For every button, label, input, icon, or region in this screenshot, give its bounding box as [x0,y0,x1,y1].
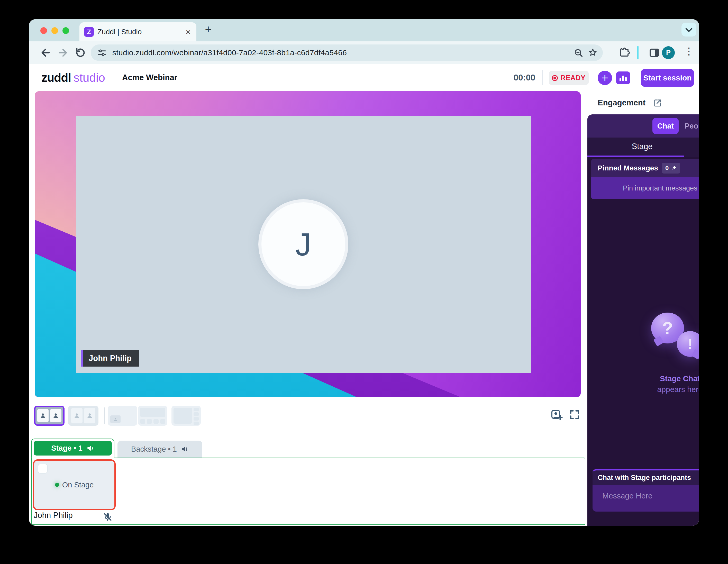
participant-status: On Stage [34,461,114,509]
engagement-title: Engagement [598,98,645,107]
stage-canvas: J John Philip [35,91,581,397]
on-stage-dot-icon [55,483,59,487]
session-timer: 00:00 [514,64,535,91]
tab-title: Zuddl | Studio [97,28,181,36]
participant-name: John Philip [34,511,73,520]
add-to-stage-icon[interactable] [550,408,563,421]
status-badge: READY [549,71,589,85]
traffic-light-minimize[interactable] [51,27,58,34]
pinned-messages-label: Pinned Messages [598,164,658,172]
chat-scope-tabbar: Stage [587,138,699,157]
zuddl-favicon: Z [84,27,94,37]
chat-input-wrap [593,485,699,512]
forward-button[interactable] [57,47,69,59]
exclamation-bubble-icon: ! [677,331,699,357]
tab-search-button[interactable] [681,23,696,37]
site-settings-icon[interactable] [96,47,107,58]
studio-header: zuddl studio Acme Webinar 00:00 READY + … [29,64,699,91]
new-tab-button[interactable]: + [202,23,215,36]
browser-menu-icon[interactable]: ⋮ [684,46,694,57]
participant-card[interactable]: On Stage [33,459,116,510]
zuddl-studio-logo: zuddl studio [41,64,105,91]
side-panel-icon[interactable] [648,47,660,59]
traffic-light-close[interactable] [40,27,47,34]
tab-strip: Z Zuddl | Studio × + [29,19,699,41]
tab-stage[interactable]: Stage • 1 [31,439,114,458]
chevron-down-icon [685,25,693,32]
speaker-icon [86,444,94,452]
tab-people[interactable]: People [685,114,699,138]
pinned-messages-header[interactable]: Pinned Messages 0 [591,159,699,177]
header-divider-2 [542,70,543,85]
engagement-panel: Engagement Chat People Stage Pinned Mess… [587,91,699,526]
layout-spotlight-bottom-row[interactable] [138,406,167,426]
pin-icon [671,165,677,171]
pinned-count-badge: 0 [662,163,680,174]
tab-chat[interactable]: Chat [652,118,679,134]
speaker-name-tag: John Philip [81,350,139,367]
url-text: studio.zuddl.com/webinar/a31f4d00-7a02-4… [112,48,347,57]
bar-chart-icon [620,78,621,81]
mic-muted-icon [103,512,113,522]
extensions-icon[interactable] [618,47,631,59]
start-session-button[interactable]: Start session [641,69,694,87]
toolbar-divider [637,46,639,59]
tab-chat-stage[interactable]: Stage [604,138,681,156]
desktop-background: Z Zuddl | Studio × + studio.zuddl.com/we… [0,0,728,564]
stage-tab-pill: Stage • 1 [34,441,112,456]
webinar-title: Acme Webinar [122,64,177,91]
chat-bubbles-icon: ? ! [641,311,699,370]
pinned-messages-hint: Pin important messages to h [591,177,699,199]
reload-button[interactable] [74,47,87,59]
chat-input-card: Chat with Stage participants [593,469,699,512]
speaker-avatar: J [258,199,348,289]
stage-chat-empty-state: ? ! Stage Chat appears here [641,311,699,394]
active-tab-underline [587,156,684,157]
tab-backstage[interactable]: Backstage • 1 [117,441,202,458]
ready-dot-icon [552,75,558,81]
layout-two-up-active[interactable] [34,406,65,426]
chat-panel-body: Chat People Stage Pinned Messages 0 [587,114,699,526]
pinned-messages-card: Pinned Messages 0 Pin important messages… [591,159,699,199]
back-button[interactable] [39,47,52,59]
engagement-header: Engagement [587,91,699,114]
bookmark-star-icon[interactable] [587,47,598,58]
ready-label: READY [560,74,585,82]
profile-avatar[interactable]: P [662,46,675,59]
browser-tab[interactable]: Z Zuddl | Studio × [79,22,196,41]
chat-input-header: Chat with Stage participants [593,469,699,485]
browser-window: Z Zuddl | Studio × + studio.zuddl.com/we… [29,19,699,526]
traffic-light-zoom[interactable] [62,27,69,34]
header-divider [112,70,112,85]
zoom-out-icon[interactable] [573,47,584,58]
layout-two-portrait[interactable] [68,406,98,426]
fullscreen-icon[interactable] [569,409,580,420]
empty-state-subtitle: appears here [641,385,699,394]
logo-zuddl: zuddl [41,71,71,85]
address-bar[interactable]: studio.zuddl.com/webinar/a31f4d00-7a02-4… [91,44,603,61]
close-tab-icon[interactable]: × [185,28,192,36]
analytics-button[interactable] [616,71,630,84]
chat-message-input[interactable] [593,485,699,512]
layout-spotlight-side-column[interactable] [171,406,201,426]
logo-studio: studio [74,71,105,85]
chat-people-tabbar: Chat People [587,114,699,138]
section-divider [29,434,584,434]
add-button[interactable]: + [598,71,612,85]
empty-state-title: Stage Chat [641,374,699,383]
open-in-new-window-icon[interactable] [653,98,662,108]
speaker-video-tile: J John Philip [76,116,531,373]
speaker-icon [180,445,189,453]
layout-divider [104,407,105,424]
browser-toolbar: studio.zuddl.com/webinar/a31f4d00-7a02-4… [29,41,699,64]
layout-screenshare[interactable] [108,406,137,426]
